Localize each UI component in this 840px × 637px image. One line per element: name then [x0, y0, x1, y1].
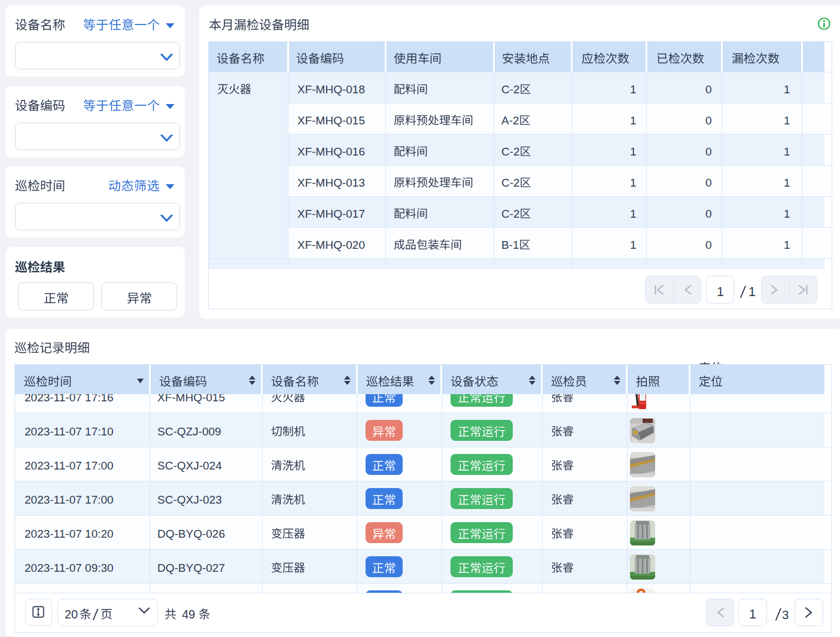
svg-text:1: 1: [717, 284, 724, 298]
svg-text:1: 1: [749, 607, 756, 621]
svg-text:49: 49: [182, 608, 195, 621]
svg-text:3: 3: [782, 607, 789, 621]
svg-text:1: 1: [748, 285, 756, 299]
svg-text:20: 20: [65, 608, 78, 621]
